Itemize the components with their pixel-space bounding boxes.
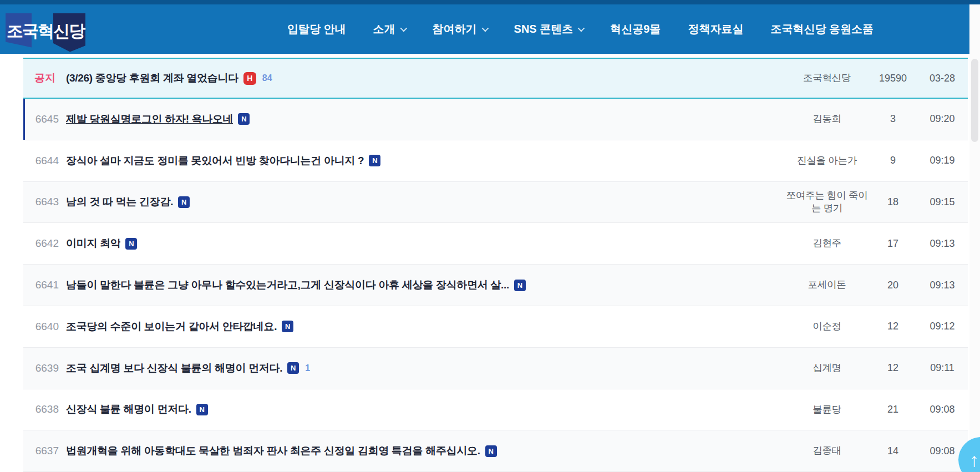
nav-item-label: 소개: [373, 22, 395, 37]
post-title-link[interactable]: 조국 십계명 보다 신장식 불륜의 해명이 먼저다.: [66, 361, 282, 375]
post-title-cell: 제발 당원실명로그인 하자! 욕나오네 N: [66, 112, 785, 126]
site-header: 조국혁신당 입탈당 안내 소개 참여하기 SNS 콘텐츠 혁신공9몰 정책자료실…: [0, 4, 969, 54]
nav-item-1[interactable]: 소개: [373, 22, 405, 37]
table-row[interactable]: 6643 남의 것 따 먹는 긴장감. N 쪼여주는 힘이 죽이는 명기 18 …: [23, 182, 968, 224]
new-post-icon: N: [485, 445, 497, 457]
nav-item-label: 혁신공9몰: [610, 22, 661, 37]
post-views: 14: [869, 445, 917, 457]
table-row[interactable]: 6640 조국당의 수준이 보이는거 같아서 안타깝네요. N 이순정 12 0…: [23, 306, 968, 348]
post-time: 09:12: [917, 321, 968, 332]
nav-item-2[interactable]: 참여하기: [433, 22, 487, 37]
main-nav: 입탈당 안내 소개 참여하기 SNS 콘텐츠 혁신공9몰 정책자료실 조국혁신당…: [287, 22, 874, 37]
new-post-icon: N: [178, 196, 190, 208]
post-author: 이순정: [785, 320, 869, 333]
nav-item-label: SNS 콘텐츠: [514, 22, 573, 37]
nav-item-label: 정책자료실: [688, 22, 743, 37]
post-author: 쪼여주는 힘이 죽이는 명기: [785, 189, 869, 215]
notice-author: 조국혁신당: [785, 72, 869, 85]
post-title-cell: 장식아 설마 지금도 정미를 못있어서 빈방 찾아다니는건 아니지 ? N: [66, 154, 785, 168]
table-row[interactable]: 6642 이미지 최악 N 김현주 17 09:13: [23, 223, 968, 265]
table-row[interactable]: 6641 남들이 말한다 불륜은 그냥 아무나 할수있는거라고,그게 신장식이다…: [23, 265, 968, 306]
post-author: 진실을 아는가: [785, 154, 869, 168]
new-post-icon: N: [125, 238, 137, 250]
new-post-icon: N: [282, 321, 293, 332]
notice-views: 19590: [869, 73, 917, 84]
post-number: 6641: [31, 279, 59, 291]
new-post-icon: N: [196, 404, 208, 415]
post-number: 6638: [31, 403, 59, 415]
post-number: 6644: [31, 155, 59, 167]
notice-badge: 공지: [31, 71, 59, 85]
nav-item-4[interactable]: 혁신공9몰: [610, 22, 661, 37]
top-accent-strip: [0, 0, 980, 4]
scrollbar[interactable]: [969, 4, 980, 472]
post-title-cell: 남들이 말한다 불륜은 그냥 아무나 할수있는거라고,그게 신장식이다 아휴 세…: [66, 278, 785, 292]
post-time: 09:20: [917, 113, 968, 125]
post-number: 6642: [31, 237, 59, 250]
post-title-link[interactable]: 이미지 최악: [66, 236, 120, 251]
notice-row[interactable]: 공지 (3/26) 중앙당 후원회 계좌 열었습니다 H 84 조국혁신당 19…: [23, 58, 968, 99]
post-title-cell: 이미지 최악 N: [66, 236, 785, 251]
post-author: 십계명: [785, 362, 869, 375]
nav-item-3[interactable]: SNS 콘텐츠: [514, 22, 583, 37]
table-row[interactable]: 6645 제발 당원실명로그인 하자! 욕나오네 N 김동희 3 09:20: [23, 99, 968, 140]
chevron-down-icon: [400, 25, 407, 32]
post-time: 09:13: [917, 280, 968, 291]
board-list: 공지 (3/26) 중앙당 후원회 계좌 열었습니다 H 84 조국혁신당 19…: [23, 58, 968, 472]
post-title-cell: 조국당의 수준이 보이는거 같아서 안타깝네요. N: [66, 319, 785, 334]
post-title-link[interactable]: 제발 당원실명로그인 하자! 욕나오네: [66, 112, 233, 126]
post-number: 6643: [31, 196, 59, 208]
nav-item-0[interactable]: 입탈당 안내: [287, 22, 346, 37]
post-views: 17: [869, 238, 917, 250]
post-author: 포세이돈: [785, 278, 869, 292]
table-row[interactable]: 6638 신장식 불륜 해명이 먼저다. N 불륜당 21 09:08: [23, 389, 968, 431]
table-row[interactable]: 6639 조국 십계명 보다 신장식 불륜의 해명이 먼저다. N 1 십계명 …: [23, 348, 968, 389]
hot-icon: H: [243, 72, 256, 85]
post-views: 12: [869, 362, 917, 374]
nav-item-5[interactable]: 정책자료실: [688, 22, 743, 37]
post-title-cell: 신장식 불륜 해명이 먼저다. N: [66, 402, 785, 417]
notice-title-cell: (3/26) 중앙당 후원회 계좌 열었습니다 H 84: [66, 71, 785, 85]
post-time: 09:13: [917, 238, 968, 250]
post-title-link[interactable]: 남의 것 따 먹는 긴장감.: [66, 195, 173, 209]
post-views: 9: [869, 155, 917, 166]
post-comment-count: 1: [305, 363, 310, 373]
nav-item-6[interactable]: 조국혁신당 응원소품: [770, 22, 874, 37]
logo-text: 조국혁신당: [7, 20, 88, 43]
notice-comment-count: 84: [262, 73, 272, 83]
table-row[interactable]: 6644 장식아 설마 지금도 정미를 못있어서 빈방 찾아다니는건 아니지 ?…: [23, 140, 968, 182]
new-post-icon: N: [369, 155, 380, 166]
notice-title-link[interactable]: (3/26) 중앙당 후원회 계좌 열었습니다: [66, 71, 238, 85]
new-post-icon: N: [287, 362, 299, 374]
new-post-icon: N: [514, 280, 526, 291]
post-views: 20: [869, 280, 917, 291]
post-views: 3: [869, 113, 917, 125]
post-number: 6645: [31, 113, 59, 125]
post-time: 09:15: [917, 196, 968, 208]
new-post-icon: N: [238, 113, 250, 125]
party-logo[interactable]: 조국혁신당: [6, 8, 89, 51]
post-author: 김종태: [785, 444, 869, 458]
chevron-down-icon: [578, 25, 585, 32]
post-number: 6640: [31, 321, 59, 333]
post-title-link[interactable]: 신장식 불륜 해명이 먼저다.: [66, 402, 191, 417]
post-rows: 6645 제발 당원실명로그인 하자! 욕나오네 N 김동희 3 09:20 6…: [23, 99, 968, 472]
chevron-down-icon: [481, 25, 489, 32]
nav-item-label: 조국혁신당 응원소품: [770, 22, 874, 37]
table-row[interactable]: 6637 법원개혁을 위해 아동학대도 묵살한 범죄자 판사 최은주 신정일 김…: [23, 430, 968, 472]
post-number: 6637: [31, 445, 59, 457]
post-title-link[interactable]: 조국당의 수준이 보이는거 같아서 안타깝네요.: [66, 319, 277, 334]
post-number: 6639: [31, 362, 59, 374]
arrow-up-icon: ↑: [969, 450, 979, 469]
post-title-link[interactable]: 장식아 설마 지금도 정미를 못있어서 빈방 찾아다니는건 아니지 ?: [66, 154, 364, 168]
post-title-cell: 조국 십계명 보다 신장식 불륜의 해명이 먼저다. N 1: [66, 361, 785, 375]
post-author: 김동희: [785, 113, 869, 126]
post-title-cell: 법원개혁을 위해 아동학대도 묵살한 범죄자 판사 최은주 신정일 김희영 특검…: [66, 444, 785, 458]
nav-item-label: 입탈당 안내: [287, 22, 346, 37]
post-title-link[interactable]: 법원개혁을 위해 아동학대도 묵살한 범죄자 판사 최은주 신정일 김희영 특검…: [66, 444, 480, 458]
post-views: 21: [869, 404, 917, 415]
post-title-link[interactable]: 남들이 말한다 불륜은 그냥 아무나 할수있는거라고,그게 신장식이다 아휴 세…: [66, 278, 509, 292]
scrollbar-thumb[interactable]: [971, 59, 978, 142]
nav-item-label: 참여하기: [433, 22, 477, 37]
post-title-cell: 남의 것 따 먹는 긴장감. N: [66, 195, 785, 209]
